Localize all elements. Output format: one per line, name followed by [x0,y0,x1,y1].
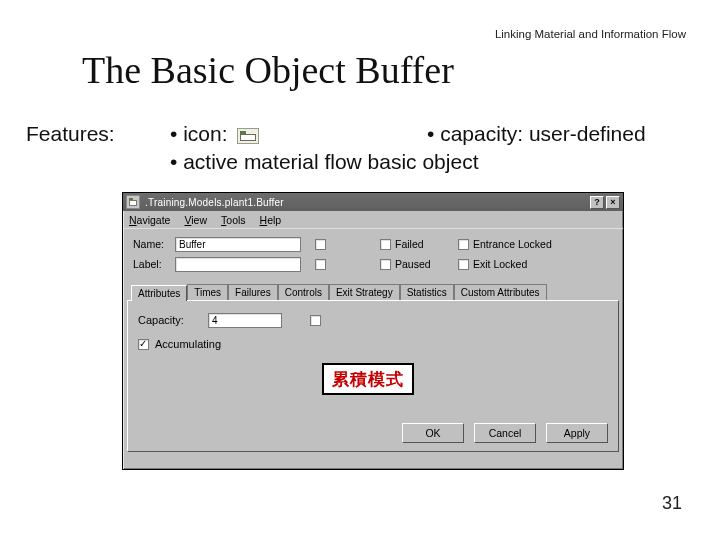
accumulating-annotation: 累積模式 [322,363,414,395]
features-bullets: • icon: • capacity: user-defined • activ… [170,120,478,177]
menubar: Navigate View Tools Help [123,211,623,229]
tab-statistics[interactable]: Statistics [400,284,454,300]
titlebar[interactable]: .Training.Models.plant1.Buffer ? × [123,193,623,211]
capacity-field[interactable]: 4 [208,313,282,328]
entrance-locked-label: Entrance Locked [473,238,552,250]
buffer-icon [237,128,259,144]
inherit-capacity-toggle[interactable] [310,315,321,326]
tab-failures[interactable]: Failures [228,284,278,300]
close-button[interactable]: × [606,196,620,209]
menu-tools[interactable]: Tools [221,214,246,226]
tab-panel-attributes: Capacity: 4 Accumulating 累積模式 OK Cancel … [127,300,619,452]
ok-button[interactable]: OK [402,423,464,443]
exit-locked-checkbox[interactable] [458,259,469,270]
bullet-icon-text: • icon: [170,122,228,145]
accumulating-checkbox[interactable] [138,339,149,350]
features-label: Features: [26,122,115,146]
paused-checkbox[interactable] [380,259,391,270]
name-label: Name: [133,238,175,250]
help-button[interactable]: ? [590,196,604,209]
menu-help[interactable]: Help [260,214,282,226]
bullet-capacity-text: • capacity: user-defined [427,120,646,148]
tab-attributes[interactable]: Attributes [131,285,187,301]
tab-times[interactable]: Times [187,284,228,300]
slide-section: Linking Material and Information Flow [495,28,686,40]
window-title: .Training.Models.plant1.Buffer [145,197,284,208]
menu-view[interactable]: View [184,214,207,226]
bullet-active-text: • active material flow basic object [170,148,478,176]
entrance-locked-checkbox[interactable] [458,239,469,250]
dialog-buttons: OK Cancel Apply [402,423,608,443]
label-label: Label: [133,258,175,270]
label-field[interactable] [175,257,301,272]
page-title: The Basic Object Buffer [82,48,454,92]
tabstrip: Attributes Times Failures Controls Exit … [131,282,615,300]
exit-locked-label: Exit Locked [473,258,527,270]
accumulating-label: Accumulating [155,338,221,350]
name-field[interactable]: Buffer [175,237,301,252]
tab-exit-strategy[interactable]: Exit Strategy [329,284,400,300]
inherit-name-toggle[interactable] [315,239,326,250]
page-number: 31 [662,493,682,514]
failed-checkbox[interactable] [380,239,391,250]
paused-label: Paused [395,258,431,270]
capacity-label: Capacity: [138,314,198,326]
tab-custom-attributes[interactable]: Custom Attributes [454,284,547,300]
failed-label: Failed [395,238,424,250]
tab-controls[interactable]: Controls [278,284,329,300]
inherit-label-toggle[interactable] [315,259,326,270]
cancel-button[interactable]: Cancel [474,423,536,443]
buffer-icon [126,195,140,209]
apply-button[interactable]: Apply [546,423,608,443]
menu-navigate[interactable]: Navigate [129,214,170,226]
properties-dialog: .Training.Models.plant1.Buffer ? × Navig… [122,192,624,470]
